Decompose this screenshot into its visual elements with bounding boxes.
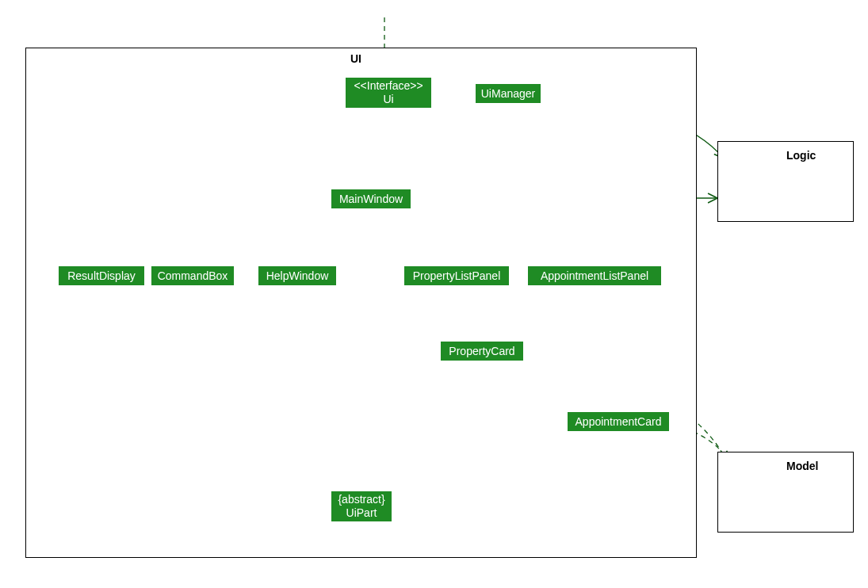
class-main-window: MainWindow bbox=[331, 189, 411, 208]
stereotype: {abstract} bbox=[338, 493, 384, 506]
class-name: HelpWindow bbox=[266, 269, 329, 283]
class-result-display: ResultDisplay bbox=[59, 266, 144, 285]
package-logic bbox=[717, 141, 854, 222]
class-appointment-list-panel: AppointmentListPanel bbox=[528, 266, 661, 285]
class-name: AppointmentListPanel bbox=[541, 269, 648, 283]
package-ui bbox=[25, 48, 697, 558]
class-name: UiPart bbox=[346, 506, 377, 520]
class-name: Ui bbox=[383, 93, 393, 106]
class-ui-part: {abstract} UiPart bbox=[331, 491, 392, 521]
class-help-window: HelpWindow bbox=[258, 266, 336, 285]
class-name: PropertyListPanel bbox=[413, 269, 501, 283]
class-name: ResultDisplay bbox=[67, 269, 136, 283]
package-logic-label: Logic bbox=[786, 149, 816, 162]
class-name: CommandBox bbox=[158, 269, 228, 283]
package-ui-label: UI bbox=[350, 52, 361, 65]
class-property-list-panel: PropertyListPanel bbox=[404, 266, 509, 285]
class-command-box: CommandBox bbox=[151, 266, 234, 285]
package-model bbox=[717, 452, 854, 533]
package-model-label: Model bbox=[786, 460, 818, 472]
class-name: AppointmentCard bbox=[575, 415, 662, 429]
class-appointment-card: AppointmentCard bbox=[568, 412, 669, 431]
class-ui-manager: UiManager bbox=[476, 84, 541, 103]
class-name: UiManager bbox=[481, 87, 535, 101]
class-name: MainWindow bbox=[339, 193, 403, 206]
class-property-card: PropertyCard bbox=[441, 342, 523, 361]
class-name: PropertyCard bbox=[449, 345, 514, 358]
class-ui-interface: <<Interface>> Ui bbox=[346, 78, 431, 108]
stereotype: <<Interface>> bbox=[354, 79, 423, 93]
